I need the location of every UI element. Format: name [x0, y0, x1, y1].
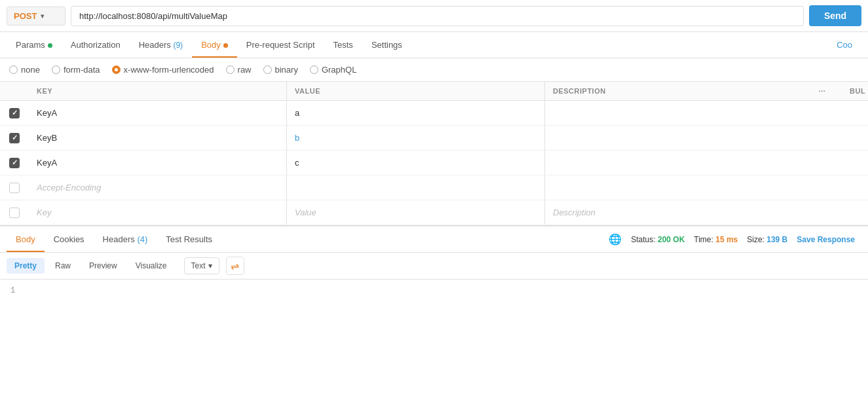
bottom-tabs-row: Body Cookies Headers (4) Test Results 🌐 … [0, 227, 868, 253]
tab-headers[interactable]: Headers (9) [130, 32, 192, 58]
row5-check[interactable] [0, 200, 29, 225]
bottom-tab-headers[interactable]: Headers (4) [94, 227, 157, 252]
checkbox-row3[interactable] [9, 158, 20, 168]
tab-body[interactable]: Body [192, 32, 237, 58]
row4-value[interactable] [286, 175, 545, 200]
radio-circle-form-data [52, 65, 60, 74]
row5-bulk [842, 200, 868, 225]
row1-value[interactable]: a [286, 101, 545, 125]
status-label: Status: 200 OK [631, 235, 685, 244]
tab-params[interactable]: Params [7, 32, 62, 58]
top-tabs-row: Params Authorization Headers (9) Body Pr… [0, 32, 868, 58]
row1-actions [802, 101, 842, 125]
row2-value[interactable]: b [286, 126, 545, 150]
row5-value[interactable]: Value [286, 200, 545, 225]
row1-check[interactable] [0, 101, 29, 125]
row3-desc [545, 151, 802, 175]
row2-bulk [842, 126, 868, 150]
radio-urlencoded[interactable]: x-www-form-urlencoded [112, 65, 214, 75]
table-row: Accept-Encoding [0, 175, 868, 200]
size-value: 139 B [766, 235, 787, 244]
status-value: 200 OK [658, 235, 685, 244]
radio-form-data[interactable]: form-data [52, 65, 100, 75]
row2-actions [802, 126, 842, 150]
response-body: 1 [0, 280, 868, 302]
url-input[interactable] [71, 6, 804, 26]
params-dot [48, 43, 52, 48]
row2-key[interactable]: KeyB [29, 126, 286, 150]
row3-key[interactable]: KeyA [29, 151, 286, 175]
table-row: KeyA c [0, 151, 868, 175]
method-label: POST [14, 11, 37, 21]
size-label: Size: 139 B [747, 235, 787, 244]
radio-none[interactable]: none [9, 65, 40, 75]
view-tab-raw[interactable]: Raw [47, 258, 79, 274]
method-chevron: ▾ [41, 12, 44, 20]
radio-circle-binary [263, 65, 272, 74]
time-value: 15 ms [715, 235, 738, 244]
radio-binary[interactable]: binary [263, 65, 298, 75]
row1-desc [545, 101, 802, 125]
line-number-1: 1 [10, 286, 15, 295]
body-dot [223, 43, 228, 48]
tab-tests[interactable]: Tests [324, 32, 362, 58]
cookies-link[interactable]: Coo [827, 32, 861, 58]
bottom-tab-cookies[interactable]: Cookies [45, 227, 94, 252]
th-bulk: Bul [842, 82, 868, 100]
row5-desc[interactable]: Description [545, 200, 802, 225]
table-row: KeyB b [0, 126, 868, 151]
view-tab-preview[interactable]: Preview [81, 258, 125, 274]
row4-desc [545, 175, 802, 200]
row4-check[interactable] [0, 175, 29, 200]
text-format-selector[interactable]: Text ▾ [184, 257, 219, 274]
row4-bulk [842, 175, 868, 200]
tab-settings[interactable]: Settings [362, 32, 411, 58]
status-area: 🌐 Status: 200 OK Time: 15 ms Size: 139 B… [602, 228, 861, 251]
bottom-tab-test-results[interactable]: Test Results [157, 227, 221, 252]
tab-pre-request[interactable]: Pre-request Script [237, 32, 324, 58]
th-description: DESCRIPTION [545, 82, 802, 100]
row3-bulk [842, 151, 868, 175]
radio-circle-raw [226, 65, 235, 74]
view-tabs-row: Pretty Raw Preview Visualize Text ▾ ⇌ [0, 253, 868, 280]
view-tab-pretty[interactable]: Pretty [7, 258, 45, 274]
checkbox-row1[interactable] [9, 108, 20, 118]
checkbox-row5[interactable] [9, 208, 20, 218]
radio-graphql[interactable]: GraphQL [310, 65, 356, 75]
bottom-tab-body[interactable]: Body [7, 227, 45, 252]
row2-desc [545, 126, 802, 150]
row5-key[interactable]: Key [29, 200, 286, 225]
checkbox-row4[interactable] [9, 183, 20, 193]
row1-bulk [842, 101, 868, 125]
send-button[interactable]: Send [809, 5, 861, 26]
url-bar: POST ▾ Send [0, 0, 868, 32]
row1-key[interactable]: KeyA [29, 101, 286, 125]
table-row: KeyA a [0, 101, 868, 126]
view-tab-visualize[interactable]: Visualize [128, 258, 175, 274]
bottom-section: Body Cookies Headers (4) Test Results 🌐 … [0, 225, 868, 302]
radio-circle-urlencoded [112, 65, 121, 74]
th-actions: ··· [802, 82, 842, 100]
tab-authorization[interactable]: Authorization [62, 32, 130, 58]
row4-key[interactable]: Accept-Encoding [29, 175, 286, 200]
th-value: VALUE [286, 82, 545, 100]
body-type-row: none form-data x-www-form-urlencoded raw… [0, 58, 868, 82]
method-selector[interactable]: POST ▾ [7, 7, 66, 26]
table-row: Key Value Description [0, 200, 868, 225]
row3-actions [802, 151, 842, 175]
row4-actions [802, 175, 842, 200]
line-numbers: 1 [10, 286, 15, 295]
row3-check[interactable] [0, 151, 29, 175]
radio-raw[interactable]: raw [226, 65, 252, 75]
th-key: KEY [29, 82, 286, 100]
table-header: KEY VALUE DESCRIPTION ··· Bul [0, 82, 868, 101]
radio-circle-graphql [310, 65, 318, 74]
row3-value[interactable]: c [286, 151, 545, 175]
save-response-button[interactable]: Save Response [797, 235, 855, 244]
wrap-toggle[interactable]: ⇌ [226, 257, 244, 275]
radio-circle-none [9, 65, 18, 74]
row2-check[interactable] [0, 126, 29, 150]
th-check [0, 82, 29, 100]
checkbox-row2[interactable] [9, 133, 20, 143]
globe-icon: 🌐 [609, 233, 622, 245]
